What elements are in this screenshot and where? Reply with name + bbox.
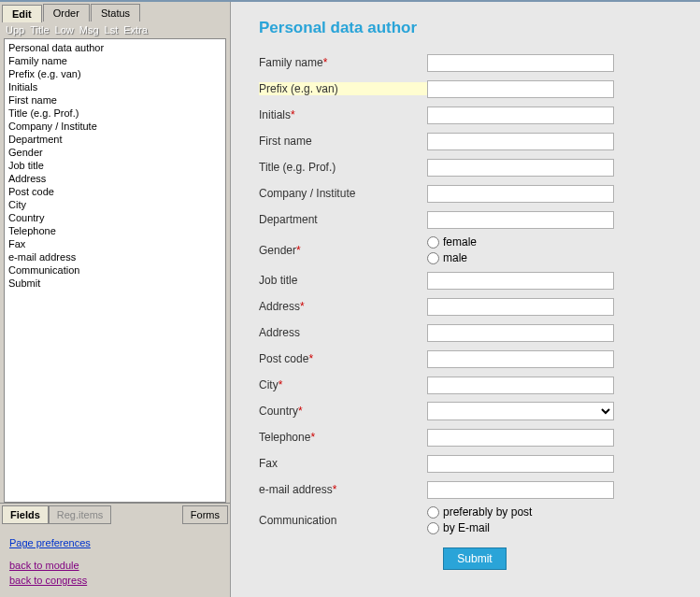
list-item[interactable]: Gender — [8, 146, 221, 159]
input-wrap-email — [427, 481, 614, 499]
form-row-first_name: First name — [259, 131, 691, 151]
list-item[interactable]: Title (e.g. Prof.) — [8, 107, 221, 120]
input-initials[interactable] — [427, 107, 614, 124]
input-wrap-telephone — [427, 429, 614, 447]
toolbar-extra[interactable]: Extra — [123, 24, 148, 36]
input-first_name[interactable] — [427, 133, 614, 150]
list-item[interactable]: Job title — [8, 159, 221, 172]
required-asterisk: * — [300, 300, 305, 313]
form-row-prefix: Prefix (e.g. van) — [259, 78, 691, 99]
btab-regitems[interactable]: Reg.items — [49, 505, 112, 524]
list-item[interactable]: Fax — [8, 237, 221, 250]
radio-option[interactable]: by E-mail — [427, 521, 614, 534]
link-back-module[interactable]: back to module — [9, 558, 221, 573]
tab-edit[interactable]: Edit — [2, 5, 42, 22]
radio-gender-0[interactable] — [427, 236, 439, 249]
form-row-family_name: Family name* — [259, 52, 691, 73]
radio-communication-0[interactable] — [427, 506, 439, 519]
list-item[interactable]: Prefix (e.g. van) — [8, 67, 221, 80]
submit-button[interactable]: Submit — [443, 547, 506, 570]
required-asterisk: * — [279, 378, 283, 391]
list-item[interactable]: First name — [8, 93, 221, 107]
radio-option[interactable]: male — [427, 251, 614, 264]
label-job_title: Job title — [259, 274, 427, 287]
list-item[interactable]: Family name — [8, 54, 221, 67]
toolbar-msg[interactable]: Msg — [79, 24, 99, 36]
tab-status[interactable]: Status — [91, 4, 140, 21]
list-item[interactable]: Personal data author — [8, 41, 221, 54]
form-row-communication: Communicationpreferably by postby E-mail — [259, 505, 691, 534]
label-first_name: First name — [259, 135, 427, 148]
label-city: City* — [259, 378, 427, 391]
radio-option[interactable]: female — [427, 235, 614, 249]
list-item[interactable]: City — [8, 198, 221, 211]
label-fax: Fax — [259, 457, 427, 470]
radio-label: female — [443, 235, 477, 249]
link-page-prefs[interactable]: Page preferences — [9, 535, 221, 550]
list-item[interactable]: Submit — [8, 277, 221, 290]
radio-option[interactable]: preferably by post — [427, 505, 614, 519]
input-wrap-title — [427, 159, 614, 177]
label-telephone: Telephone* — [259, 431, 427, 444]
toolbar-title[interactable]: Title — [30, 24, 49, 36]
list-item[interactable]: Company / Institute — [8, 120, 221, 133]
form-row-city: City* — [259, 375, 691, 395]
label-address1: Address* — [259, 300, 427, 313]
input-wrap-job_title — [427, 272, 614, 290]
form-row-gender: Gender*femalemale — [259, 235, 691, 264]
radio-label: preferably by post — [443, 505, 532, 519]
input-wrap-first_name — [427, 133, 614, 150]
btab-forms[interactable]: Forms — [182, 505, 228, 524]
input-fax[interactable] — [427, 455, 614, 473]
app-container: Edit Order Status Upp Title Low Msg Lst … — [0, 0, 700, 597]
input-post_code[interactable] — [427, 350, 614, 368]
list-item[interactable]: Post code — [8, 185, 221, 198]
label-title: Title (e.g. Prof.) — [259, 161, 427, 174]
input-wrap-city — [427, 377, 614, 394]
input-wrap-department — [427, 211, 614, 229]
list-item[interactable]: Department — [8, 133, 221, 146]
input-department[interactable] — [427, 211, 614, 229]
list-item[interactable]: Communication — [8, 263, 221, 277]
input-wrap-post_code — [427, 350, 614, 368]
radio-communication-1[interactable] — [427, 522, 439, 534]
input-company[interactable] — [427, 185, 614, 203]
input-job_title[interactable] — [427, 272, 614, 290]
toolbar-upp[interactable]: Upp — [6, 24, 24, 36]
input-address2[interactable] — [427, 324, 614, 342]
input-family_name[interactable] — [427, 54, 614, 72]
input-wrap-address2 — [427, 324, 614, 342]
radio-gender-1[interactable] — [427, 252, 439, 264]
tab-order[interactable]: Order — [43, 4, 90, 21]
required-asterisk: * — [323, 56, 328, 69]
input-wrap-country — [427, 402, 614, 420]
field-listbox[interactable]: Personal data authorFamily namePrefix (e… — [4, 38, 226, 503]
toolbar-low[interactable]: Low — [55, 24, 74, 36]
input-title[interactable] — [427, 159, 614, 177]
required-asterisk: * — [291, 108, 295, 121]
input-email[interactable] — [427, 481, 614, 499]
input-wrap-family_name — [427, 54, 614, 72]
input-prefix[interactable] — [427, 80, 614, 98]
input-city[interactable] — [427, 377, 614, 394]
input-address1[interactable] — [427, 298, 614, 316]
list-item[interactable]: Address — [8, 172, 221, 185]
label-country: Country* — [259, 405, 427, 418]
form-row-title: Title (e.g. Prof.) — [259, 157, 691, 178]
input-wrap-fax — [427, 455, 614, 473]
list-item[interactable]: e-mail address — [8, 250, 221, 263]
form-row-country: Country* — [259, 401, 691, 421]
btab-fields[interactable]: Fields — [2, 505, 49, 524]
link-back-congress[interactable]: back to congress — [9, 573, 221, 588]
list-item[interactable]: Initials — [8, 80, 221, 93]
label-post_code: Post code* — [259, 352, 427, 365]
input-telephone[interactable] — [427, 429, 614, 447]
label-prefix: Prefix (e.g. van) — [259, 82, 427, 95]
list-item[interactable]: Telephone — [8, 224, 221, 237]
list-item[interactable]: Country — [8, 211, 221, 224]
toolbar-lst[interactable]: Lst — [105, 24, 119, 36]
select-country[interactable] — [427, 402, 614, 420]
label-company: Company / Institute — [259, 187, 427, 200]
required-asterisk: * — [308, 352, 313, 365]
form-panel: Personal data author Family name*Prefix … — [231, 2, 700, 597]
